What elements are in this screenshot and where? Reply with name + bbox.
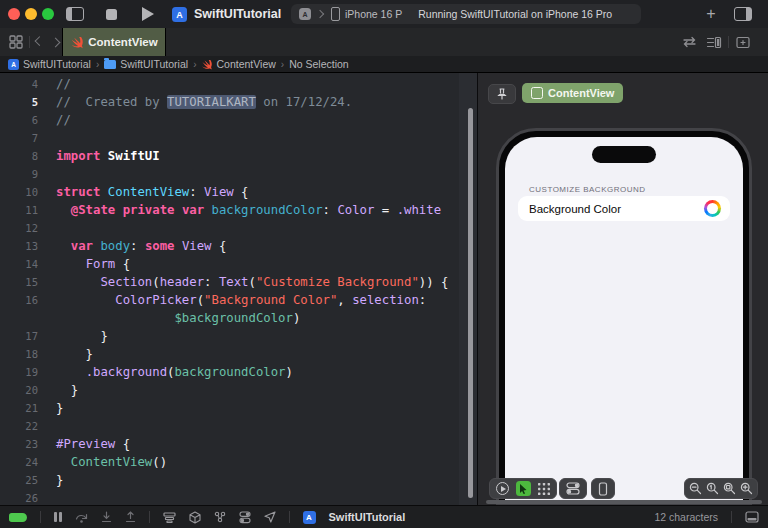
zoom-100-button[interactable] bbox=[706, 482, 719, 495]
line-number[interactable]: 21 bbox=[0, 399, 38, 417]
toggle-left-sidebar-button[interactable] bbox=[66, 0, 84, 28]
code-line[interactable]: 9 bbox=[0, 165, 477, 183]
zoom-window-button[interactable] bbox=[42, 8, 54, 20]
line-number[interactable]: 11 bbox=[0, 201, 38, 219]
code-text[interactable]: } bbox=[56, 471, 63, 489]
code-line[interactable]: 22 bbox=[0, 417, 477, 435]
view-hierarchy-button[interactable] bbox=[163, 512, 176, 523]
code-text[interactable]: $backgroundColor) bbox=[56, 309, 300, 327]
step-into-button[interactable] bbox=[101, 511, 112, 523]
code-text[interactable]: Section(header: Text("Customize Backgrou… bbox=[56, 273, 448, 291]
line-number[interactable]: 26 bbox=[0, 489, 38, 505]
code-line[interactable]: 10struct ContentView: View { bbox=[0, 183, 477, 201]
code-text[interactable]: .background(backgroundColor) bbox=[56, 363, 293, 381]
line-number[interactable]: 20 bbox=[0, 381, 38, 399]
process-name[interactable]: SwiftUITutorial bbox=[329, 511, 406, 523]
code-line[interactable]: 26 bbox=[0, 489, 477, 505]
environment-overrides-button[interactable] bbox=[559, 478, 587, 499]
line-number[interactable] bbox=[0, 309, 38, 327]
color-wheel-icon[interactable] bbox=[704, 200, 721, 217]
code-line[interactable]: 25} bbox=[0, 471, 477, 489]
line-number[interactable]: 17 bbox=[0, 327, 38, 345]
zoom-in-button[interactable] bbox=[740, 482, 753, 495]
pin-preview-button[interactable] bbox=[488, 84, 516, 104]
line-number[interactable]: 7 bbox=[0, 129, 38, 147]
code-line[interactable]: 17 } bbox=[0, 327, 477, 345]
code-line[interactable]: 6// bbox=[0, 111, 477, 129]
zoom-fit-button[interactable] bbox=[723, 482, 736, 495]
code-line[interactable]: 4// bbox=[0, 75, 477, 93]
code-text[interactable]: } bbox=[56, 345, 93, 363]
preview-horizontal-scrollbar[interactable] bbox=[486, 500, 762, 504]
code-line[interactable]: 15 Section(header: Text("Customize Backg… bbox=[0, 273, 477, 291]
tab-overview-button[interactable] bbox=[9, 28, 23, 56]
line-number[interactable]: 25 bbox=[0, 471, 38, 489]
memory-graph-button[interactable] bbox=[189, 511, 201, 524]
minimize-window-button[interactable] bbox=[25, 8, 37, 20]
debug-graph-button[interactable] bbox=[214, 511, 226, 523]
code-text[interactable]: var body: some View { bbox=[56, 237, 226, 255]
line-number[interactable]: 13 bbox=[0, 237, 38, 255]
code-text[interactable]: ContentView() bbox=[56, 453, 167, 471]
code-line[interactable]: 5// Created by TUTORIALKART on 17/12/24. bbox=[0, 93, 477, 111]
code-line[interactable]: 7 bbox=[0, 129, 477, 147]
code-text[interactable]: // Created by TUTORIALKART on 17/12/24. bbox=[56, 93, 352, 111]
code-text[interactable]: ColorPicker("Background Color", selectio… bbox=[56, 291, 426, 309]
code-line[interactable]: 24 ContentView() bbox=[0, 453, 477, 471]
editor-options-button[interactable] bbox=[706, 28, 722, 56]
line-number[interactable]: 12 bbox=[0, 219, 38, 237]
toggle-right-sidebar-button[interactable] bbox=[734, 0, 752, 28]
editor-vertical-scrollbar[interactable] bbox=[468, 108, 473, 498]
code-line[interactable]: $backgroundColor) bbox=[0, 309, 477, 327]
preview-target-badge[interactable]: ContentView bbox=[522, 83, 623, 103]
breadcrumb-selection[interactable]: No Selection bbox=[289, 58, 349, 70]
code-review-button[interactable] bbox=[682, 28, 697, 56]
go-back-button[interactable] bbox=[36, 28, 43, 56]
code-line[interactable]: 20 } bbox=[0, 381, 477, 399]
code-line[interactable]: 21} bbox=[0, 399, 477, 417]
line-number[interactable]: 9 bbox=[0, 165, 38, 183]
code-line[interactable]: 11 @State private var backgroundColor: C… bbox=[0, 201, 477, 219]
device-settings-button[interactable] bbox=[591, 478, 615, 499]
code-text[interactable]: } bbox=[56, 327, 108, 345]
line-number[interactable]: 10 bbox=[0, 183, 38, 201]
add-editor-button[interactable] bbox=[736, 28, 750, 56]
toggle-debug-area-button[interactable] bbox=[745, 511, 759, 523]
breadcrumb-group[interactable]: SwiftUITutorial bbox=[104, 58, 188, 70]
tab-contentview[interactable]: ContentView bbox=[62, 28, 166, 56]
variants-button[interactable] bbox=[538, 483, 550, 495]
code-line[interactable]: 8import SwiftUI bbox=[0, 147, 477, 165]
pause-button[interactable] bbox=[54, 512, 62, 522]
stop-button[interactable] bbox=[106, 0, 117, 28]
breakpoints-toggle[interactable] bbox=[9, 513, 27, 522]
line-number[interactable]: 14 bbox=[0, 255, 38, 273]
line-number[interactable]: 5 bbox=[0, 93, 38, 111]
line-number[interactable]: 4 bbox=[0, 75, 38, 93]
code-text[interactable]: // bbox=[56, 111, 71, 129]
code-line[interactable]: 16 ColorPicker("Background Color", selec… bbox=[0, 291, 477, 309]
zoom-out-button[interactable] bbox=[689, 482, 702, 495]
code-editor[interactable]: 4//5// Created by TUTORIALKART on 17/12/… bbox=[0, 73, 477, 505]
breadcrumb-project[interactable]: A SwiftUITutorial bbox=[8, 58, 91, 70]
line-number[interactable]: 8 bbox=[0, 147, 38, 165]
line-number[interactable]: 23 bbox=[0, 435, 38, 453]
breadcrumb-file[interactable]: ContentView bbox=[201, 58, 275, 70]
code-text[interactable]: } bbox=[56, 381, 78, 399]
code-line[interactable]: 18 } bbox=[0, 345, 477, 363]
add-button[interactable]: + bbox=[700, 0, 722, 28]
color-picker-row[interactable]: Background Color bbox=[518, 196, 730, 221]
run-button[interactable] bbox=[142, 0, 154, 28]
live-mode-button[interactable] bbox=[496, 482, 509, 495]
code-text[interactable]: #Preview { bbox=[56, 435, 130, 453]
close-window-button[interactable] bbox=[8, 8, 20, 20]
line-number[interactable]: 6 bbox=[0, 111, 38, 129]
line-number[interactable]: 18 bbox=[0, 345, 38, 363]
line-number[interactable]: 22 bbox=[0, 417, 38, 435]
code-line[interactable]: 14 Form { bbox=[0, 255, 477, 273]
code-line[interactable]: 12 bbox=[0, 219, 477, 237]
line-number[interactable]: 24 bbox=[0, 453, 38, 471]
go-forward-button[interactable] bbox=[52, 28, 59, 56]
code-text[interactable]: Form { bbox=[56, 255, 130, 273]
code-line[interactable]: 13 var body: some View { bbox=[0, 237, 477, 255]
code-text[interactable]: } bbox=[56, 399, 63, 417]
